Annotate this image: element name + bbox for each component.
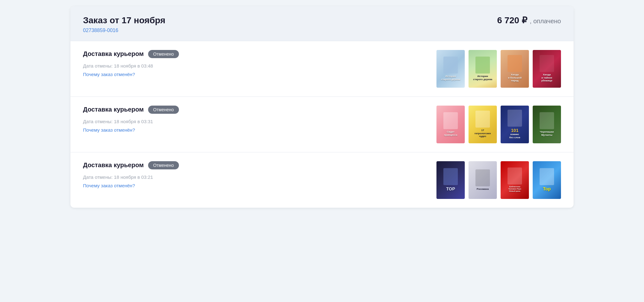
deliveries-section: Доставка курьером Отменено Дата отмены: … [70, 41, 574, 208]
order-page: Заказ от 17 ноября 02738859-0016 6 720 ₽… [70, 6, 574, 208]
delivery-info: Доставка курьером Отменено Дата отмены: … [83, 106, 430, 133]
delivery-info: Доставка курьером Отменено Дата отмены: … [83, 50, 430, 77]
order-price-section: 6 720 ₽ , оплачено [497, 15, 561, 25]
order-payment-status: , оплачено [530, 18, 561, 25]
book-cover: 17гатрологскихчудес [469, 106, 497, 143]
book-cover: TOP [436, 161, 465, 199]
delivery-label: Доставка курьером [83, 162, 144, 169]
book-cover: 101 комиксбез слов [501, 106, 529, 143]
status-badge: Отменено [148, 161, 179, 169]
books-row: Историистарого дерева Историистарого дер… [436, 50, 561, 88]
order-id[interactable]: 02738859-0016 [83, 28, 165, 33]
delivery-header: Доставка курьером Отменено [83, 50, 430, 58]
delivery-header: Доставка курьером Отменено [83, 106, 430, 114]
delivery-label: Доставка курьером [83, 106, 144, 113]
why-cancelled-link[interactable]: Почему заказ отменён? [83, 127, 135, 133]
book-cover: Хилдаи тайноеубежище [533, 50, 561, 88]
cancel-date: Дата отмены: 18 ноября в 03:21 [83, 174, 430, 180]
delivery-row: Доставка курьером Отменено Дата отмены: … [70, 41, 574, 96]
why-cancelled-link[interactable]: Почему заказ отменён? [83, 72, 135, 77]
book-cover: Росомаха [469, 161, 497, 199]
why-cancelled-link[interactable]: Почему заказ отменён? [83, 183, 135, 188]
status-badge: Отменено [148, 106, 179, 114]
delivery-row: Доставка курьером Отменено Дата отмены: … [70, 96, 574, 152]
order-price: 6 720 ₽ [497, 15, 527, 25]
delivery-info: Доставка курьером Отменено Дата отмены: … [83, 161, 430, 189]
delivery-header: Доставка курьером Отменено [83, 161, 430, 169]
delivery-label: Доставка курьером [83, 50, 144, 58]
order-header: Заказ от 17 ноября 02738859-0016 6 720 ₽… [70, 6, 574, 41]
book-cover: Историистарого дерева [436, 50, 465, 88]
cancel-date: Дата отмены: 18 ноября в 03:31 [83, 119, 430, 124]
book-cover: БиблиотекаЧеловек-ПаукНовый день [501, 161, 529, 199]
book-cover: Сидитпринцесса [436, 106, 465, 143]
book-cover: Историистарого дерева [469, 50, 497, 88]
order-header-left: Заказ от 17 ноября 02738859-0016 [83, 15, 165, 33]
delivery-row: Доставка курьером Отменено Дата отмены: … [70, 152, 574, 208]
status-badge: Отменено [148, 50, 179, 58]
order-title: Заказ от 17 ноября [83, 15, 165, 26]
book-cover: Top [533, 161, 561, 199]
book-cover: Хилдаи большойпарад [501, 50, 529, 88]
books-row: TOP Росомаха БиблиотекаЧеловек-ПаукНовый… [436, 161, 561, 199]
cancel-date: Дата отмены: 18 ноября в 03:48 [83, 63, 430, 69]
books-row: Сидитпринцесса 17гатрологскихчудес 101 к… [436, 106, 561, 143]
book-cover: ЧерепашкиМутанты [533, 106, 561, 143]
